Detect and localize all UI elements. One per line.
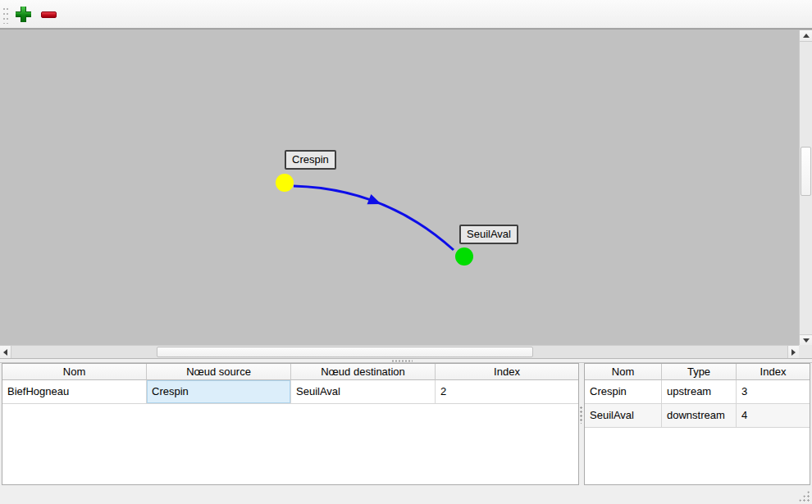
arrow-left-icon	[3, 349, 7, 356]
vertical-scrollbar[interactable]	[799, 30, 812, 346]
column-header-noeud-destination[interactable]: Nœud destination	[291, 364, 436, 380]
cell-index[interactable]: 4	[737, 404, 810, 428]
scrollbar-corner	[799, 345, 812, 358]
node-crespin[interactable]	[276, 174, 294, 192]
scroll-down-button[interactable]	[800, 334, 812, 346]
nodes-table-header: Nom Type Index	[585, 364, 810, 380]
reaches-table: Nom Nœud source Nœud destination Index B…	[2, 363, 579, 485]
resize-grip[interactable]	[798, 490, 810, 502]
toolbar	[0, 0, 812, 29]
graph-canvas[interactable]: Crespin SeuilAval	[0, 29, 812, 358]
node-label-seuilaval: SeuilAval	[459, 225, 518, 244]
vertical-scrollbar-thumb[interactable]	[801, 147, 811, 196]
toolbar-drag-handle[interactable]	[2, 7, 9, 24]
horizontal-scrollbar[interactable]	[0, 345, 799, 358]
splitter-handle-icon	[391, 360, 413, 362]
horizontal-scrollbar-thumb[interactable]	[157, 347, 533, 357]
table-row: Crespin upstream 3	[585, 380, 810, 404]
table-row: SeuilAval downstream 4	[585, 404, 810, 428]
column-header-index[interactable]: Index	[737, 364, 810, 380]
network-graph	[0, 30, 799, 345]
arrow-down-icon	[803, 338, 810, 343]
arrow-up-icon	[803, 34, 810, 38]
cell-noeud-source-selected[interactable]: Crespin	[147, 380, 291, 404]
scroll-right-button[interactable]	[787, 346, 799, 358]
arrow-right-icon	[791, 349, 796, 356]
column-header-noeud-source[interactable]: Nœud source	[147, 364, 291, 380]
remove-button[interactable]	[39, 4, 59, 25]
nodes-table: Nom Type Index Crespin upstream 3 SeuilA…	[584, 363, 810, 485]
cell-nom[interactable]: Crespin	[585, 380, 662, 404]
cell-index[interactable]: 3	[737, 380, 810, 404]
edge-path[interactable]	[294, 186, 454, 250]
column-header-type[interactable]: Type	[662, 364, 737, 380]
column-header-nom[interactable]: Nom	[585, 364, 662, 380]
table-row: BiefHogneau Crespin SeuilAval 2	[2, 380, 578, 404]
scroll-left-button[interactable]	[0, 346, 11, 358]
reaches-table-header: Nom Nœud source Nœud destination Index	[2, 364, 578, 380]
cell-noeud-destination[interactable]: SeuilAval	[291, 380, 436, 404]
node-label-crespin: Crespin	[285, 150, 336, 170]
plus-icon	[16, 7, 31, 22]
status-bar	[0, 485, 812, 504]
minus-icon	[41, 11, 57, 18]
cell-nom[interactable]: BiefHogneau	[2, 380, 147, 404]
column-header-nom[interactable]: Nom	[2, 364, 147, 380]
column-header-index[interactable]: Index	[436, 364, 578, 380]
splitter-handle-icon	[580, 406, 582, 424]
cell-nom[interactable]: SeuilAval	[585, 404, 662, 428]
add-button[interactable]	[13, 4, 34, 25]
scroll-up-button[interactable]	[800, 30, 812, 42]
cell-type[interactable]: downstream	[662, 404, 737, 428]
cell-index[interactable]: 2	[436, 380, 578, 404]
cell-type[interactable]: upstream	[662, 380, 737, 404]
edge-arrow-icon	[367, 194, 384, 209]
node-seuilaval[interactable]	[455, 247, 473, 266]
